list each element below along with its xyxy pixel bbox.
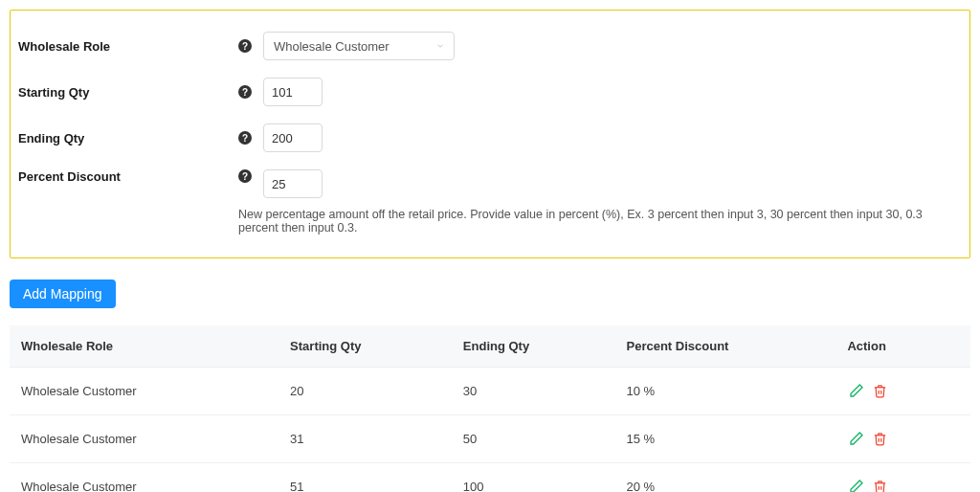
percent-discount-input[interactable] <box>263 169 323 198</box>
help-icon[interactable]: ? <box>238 39 252 53</box>
cell-starting-qty: 51 <box>278 463 452 493</box>
help-icon[interactable]: ? <box>238 85 252 99</box>
edit-button[interactable] <box>847 381 866 400</box>
percent-discount-label: Percent Discount <box>18 169 238 184</box>
table-row: Wholesale Customer5110020 % <box>10 463 970 493</box>
starting-qty-label: Starting Qty <box>18 85 238 100</box>
cell-ending-qty: 100 <box>452 463 615 493</box>
percent-discount-row: Percent Discount ? New percentage amount… <box>18 158 962 240</box>
wholesale-role-label: Wholesale Role <box>18 39 238 54</box>
cell-role: Wholesale Customer <box>10 368 278 415</box>
cell-action <box>835 415 970 463</box>
add-mapping-button[interactable]: Add Mapping <box>10 280 116 308</box>
table-row: Wholesale Customer315015 % <box>10 415 970 463</box>
cell-ending-qty: 30 <box>452 368 615 415</box>
table-row: Wholesale Customer203010 % <box>10 368 970 415</box>
cell-percent-discount: 20 % <box>615 463 836 493</box>
col-header-role: Wholesale Role <box>10 325 278 368</box>
col-header-starting-qty: Starting Qty <box>278 325 452 368</box>
cell-role: Wholesale Customer <box>10 415 278 463</box>
help-icon[interactable]: ? <box>238 131 252 145</box>
delete-button[interactable] <box>870 382 889 401</box>
wholesale-role-select[interactable]: Wholesale Customer <box>263 32 455 60</box>
delete-button[interactable] <box>870 430 889 449</box>
cell-starting-qty: 31 <box>278 415 452 463</box>
cell-action <box>835 463 970 493</box>
cell-ending-qty: 50 <box>452 415 615 463</box>
cell-action <box>835 368 970 415</box>
starting-qty-input[interactable] <box>263 78 323 106</box>
col-header-percent-discount: Percent Discount <box>615 325 836 368</box>
wholesale-role-row: Wholesale Role ? Wholesale Customer <box>18 20 962 66</box>
cell-percent-discount: 10 % <box>615 368 836 415</box>
edit-button[interactable] <box>847 429 866 448</box>
help-icon[interactable]: ? <box>238 169 252 183</box>
cell-percent-discount: 15 % <box>615 415 836 463</box>
delete-button[interactable] <box>870 478 889 493</box>
cell-role: Wholesale Customer <box>10 463 278 493</box>
ending-qty-label: Ending Qty <box>18 131 238 145</box>
cell-starting-qty: 20 <box>278 368 452 415</box>
ending-qty-row: Ending Qty ? <box>18 112 962 158</box>
starting-qty-row: Starting Qty ? <box>18 66 962 112</box>
ending-qty-input[interactable] <box>263 123 323 152</box>
mapping-table: Wholesale Role Starting Qty Ending Qty P… <box>10 325 970 492</box>
col-header-action: Action <box>835 325 970 368</box>
edit-button[interactable] <box>847 477 866 492</box>
col-header-ending-qty: Ending Qty <box>452 325 615 368</box>
mapping-form: Wholesale Role ? Wholesale Customer Star… <box>10 10 970 258</box>
percent-discount-helper: New percentage amount off the retail pri… <box>238 208 962 235</box>
